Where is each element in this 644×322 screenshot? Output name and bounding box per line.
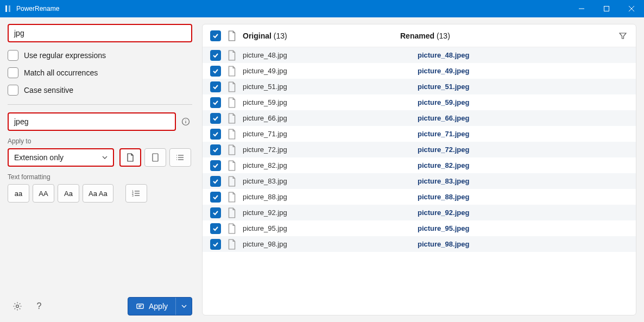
renamed-name: picture_82.jpeg [418, 161, 628, 169]
renamed-name: picture_83.jpeg [418, 177, 628, 185]
file-row[interactable]: picture_83.jpgpicture_83.jpeg [203, 173, 636, 189]
search-input[interactable]: jpg [8, 24, 192, 42]
apply-icon [136, 303, 144, 310]
original-name: picture_72.jpg [243, 146, 411, 154]
row-checkbox[interactable] [210, 50, 221, 61]
row-checkbox[interactable] [210, 97, 221, 108]
svg-point-8 [185, 119, 186, 120]
enumerate-button[interactable]: 123 [125, 184, 147, 203]
settings-button[interactable] [8, 297, 27, 315]
apply-to-label: Apply to [8, 137, 192, 145]
svg-rect-1 [9, 5, 10, 12]
chevron-down-icon [102, 155, 108, 160]
renamed-name: picture_51.jpeg [418, 83, 628, 91]
file-panel: Original (13) Renamed (13) picture_48.jp… [202, 24, 636, 315]
row-checkbox[interactable] [210, 207, 221, 218]
help-icon: ? [37, 301, 42, 311]
maximize-button[interactable] [594, 0, 619, 17]
renamed-name: picture_66.jpeg [418, 114, 628, 122]
select-all-checkbox[interactable] [210, 30, 221, 41]
svg-marker-26 [620, 33, 626, 39]
apply-button[interactable]: Apply [128, 297, 192, 315]
file-row[interactable]: picture_72.jpgpicture_72.jpeg [203, 142, 636, 157]
app-icon [0, 5, 16, 12]
original-name: picture_95.jpg [243, 224, 411, 232]
format-titlecase-button[interactable]: Aa [58, 184, 79, 203]
renamed-name: picture_92.jpeg [418, 209, 628, 217]
file-row[interactable]: picture_92.jpgpicture_92.jpeg [203, 205, 636, 220]
renamed-name: picture_72.jpeg [418, 146, 628, 154]
file-panel-header: Original (13) Renamed (13) [203, 24, 636, 47]
renamed-name: picture_49.jpeg [418, 67, 628, 75]
file-icon [228, 176, 236, 187]
checkbox-icon [8, 50, 18, 61]
window-title: PowerRename [16, 5, 59, 12]
row-checkbox[interactable] [210, 81, 221, 92]
file-row[interactable]: picture_98.jpgpicture_98.jpeg [203, 236, 636, 252]
apply-dropdown-button[interactable] [175, 298, 192, 315]
file-row[interactable]: picture_48.jpgpicture_48.jpeg [203, 47, 636, 63]
file-row[interactable]: picture_71.jpgpicture_71.jpeg [203, 126, 636, 142]
file-icon [228, 223, 236, 234]
filter-button[interactable] [617, 32, 628, 40]
minimize-button[interactable] [569, 0, 594, 17]
original-name: picture_71.jpg [243, 130, 411, 138]
row-checkbox[interactable] [210, 66, 221, 77]
file-row[interactable]: picture_88.jpgpicture_88.jpeg [203, 189, 636, 205]
file-icon [228, 97, 236, 108]
renamed-name: picture_88.jpeg [418, 193, 628, 201]
file-row[interactable]: picture_82.jpgpicture_82.jpeg [203, 157, 636, 173]
row-checkbox[interactable] [210, 239, 221, 250]
file-row[interactable]: picture_49.jpgpicture_49.jpeg [203, 63, 636, 79]
row-checkbox[interactable] [210, 129, 221, 140]
file-icon [228, 144, 236, 155]
include-folders-button[interactable] [144, 148, 166, 167]
file-icon [228, 30, 236, 41]
file-row[interactable]: picture_95.jpgpicture_95.jpeg [203, 220, 636, 236]
original-name: picture_59.jpg [243, 98, 411, 106]
row-checkbox[interactable] [210, 192, 221, 203]
format-capitalize-button[interactable]: Aa Aa [83, 184, 113, 203]
row-checkbox[interactable] [210, 160, 221, 171]
svg-rect-0 [5, 5, 7, 12]
svg-text:3: 3 [132, 194, 134, 197]
option-use-regex[interactable]: Use regular expressions [8, 47, 192, 64]
original-name: picture_66.jpg [243, 114, 411, 122]
column-renamed[interactable]: Renamed (13) [400, 31, 611, 40]
file-icon [228, 207, 236, 218]
option-label: Use regular expressions [24, 51, 106, 60]
file-row[interactable]: picture_51.jpgpicture_51.jpeg [203, 79, 636, 94]
include-subfolders-button[interactable] [169, 148, 191, 167]
help-button[interactable]: ? [29, 297, 49, 315]
row-checkbox[interactable] [210, 223, 221, 234]
option-label: Case sensitive [24, 86, 73, 94]
svg-rect-9 [153, 154, 158, 161]
option-case-sensitive[interactable]: Case sensitive [8, 81, 192, 99]
original-name: picture_82.jpg [243, 161, 411, 169]
row-checkbox[interactable] [210, 113, 221, 124]
column-original[interactable]: Original (13) [243, 31, 287, 40]
replace-input[interactable]: jpeg [8, 112, 176, 131]
format-uppercase-button[interactable]: AA [33, 184, 54, 203]
option-match-all[interactable]: Match all occurrences [8, 64, 192, 81]
file-rows: picture_48.jpgpicture_48.jpegpicture_49.… [203, 47, 636, 315]
apply-to-dropdown[interactable]: Extension only [8, 148, 114, 167]
enumerate-icon: 123 [132, 190, 141, 197]
file-icon [228, 81, 236, 92]
row-checkbox[interactable] [210, 176, 221, 187]
original-name: picture_83.jpg [243, 177, 411, 185]
info-icon[interactable] [179, 115, 192, 128]
include-files-button[interactable] [119, 148, 141, 167]
format-lowercase-button[interactable]: aa [8, 184, 29, 203]
close-button[interactable] [619, 0, 644, 17]
svg-rect-23 [137, 304, 143, 308]
file-row[interactable]: picture_66.jpgpicture_66.jpeg [203, 110, 636, 126]
title-bar: PowerRename [0, 0, 644, 17]
file-icon [228, 113, 236, 124]
divider [8, 104, 192, 105]
file-icon [228, 192, 236, 203]
original-name: picture_98.jpg [243, 240, 411, 248]
file-row[interactable]: picture_59.jpgpicture_59.jpeg [203, 94, 636, 110]
folder-icon [151, 153, 159, 162]
row-checkbox[interactable] [210, 144, 221, 155]
